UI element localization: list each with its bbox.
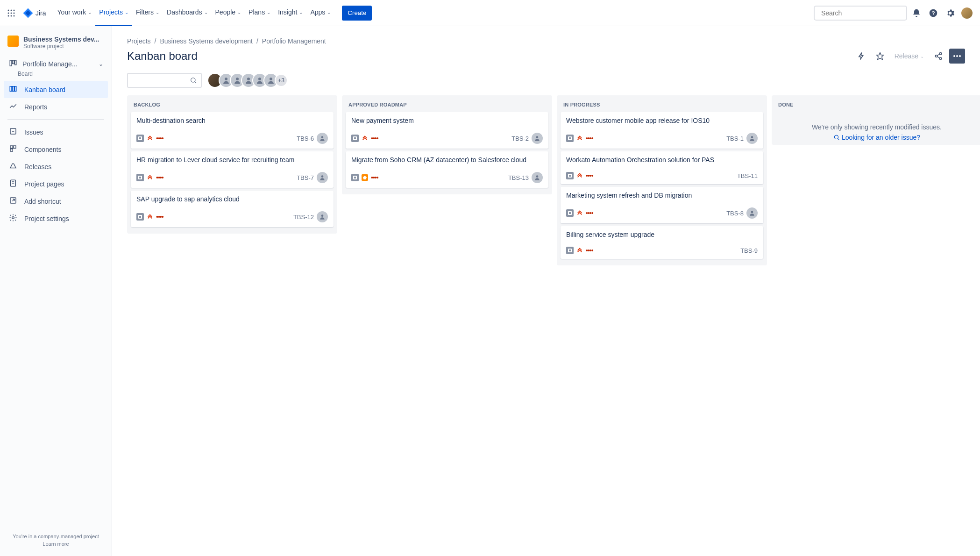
older-issue-link[interactable]: Looking for an older issue? — [842, 134, 920, 141]
breadcrumb-link[interactable]: Business Systems development — [160, 37, 252, 45]
nav-item-filters[interactable]: Filters⌄ — [132, 0, 163, 26]
chevron-down-icon: ⌄ — [299, 10, 303, 15]
priority-highest-icon — [576, 209, 583, 217]
releases-icon — [8, 162, 18, 171]
svg-point-4 — [11, 12, 12, 14]
issue-key: TBS-6 — [297, 135, 314, 142]
automation-icon[interactable] — [853, 49, 869, 64]
priority-highest-icon — [147, 135, 153, 142]
svg-point-35 — [953, 55, 955, 57]
project-name: Business Systems dev... — [23, 36, 99, 43]
issue-card[interactable]: HR migration to Lever cloud service for … — [131, 151, 334, 188]
nav-item-dashboards[interactable]: Dashboards⌄ — [163, 0, 212, 26]
nav-item-projects[interactable]: Projects⌄ — [95, 0, 132, 26]
priority-highest-icon — [147, 213, 153, 221]
status-dots-icon: •••• — [586, 135, 593, 142]
board-column: IN PROGRESSWebstore customer mobile app … — [557, 95, 767, 265]
sidebar-item-components[interactable]: Components — [4, 141, 108, 158]
issue-key: TBS-13 — [508, 174, 529, 181]
priority-highest-icon — [362, 135, 368, 142]
star-icon[interactable] — [872, 49, 888, 64]
sidebar-item-reports[interactable]: Reports — [4, 98, 108, 115]
issue-card[interactable]: SAP upgrade to sap analytics cloud••••TB… — [131, 191, 334, 227]
sidebar-item-label: Add shortcut — [24, 198, 61, 205]
svg-point-5 — [14, 12, 15, 14]
assignee-filter-avatars: +3 — [207, 73, 288, 88]
help-icon[interactable]: ? — [926, 6, 941, 21]
nav-item-insight[interactable]: Insight⌄ — [274, 0, 306, 26]
sidebar-item-project-pages[interactable]: Project pages — [4, 175, 108, 192]
svg-line-39 — [195, 82, 196, 83]
svg-point-30 — [939, 53, 942, 55]
svg-line-34 — [937, 57, 939, 58]
sidebar-item-label: Issues — [24, 128, 43, 136]
create-button[interactable]: Create — [342, 6, 372, 21]
sidebar-item-project-settings[interactable]: Project settings — [4, 210, 108, 227]
project-type: Software project — [23, 43, 99, 50]
issues-icon — [8, 127, 18, 137]
breadcrumb-link[interactable]: Projects — [127, 37, 151, 45]
assignee-avatar — [317, 172, 328, 183]
issue-card[interactable]: Webstore customer mobile app release for… — [561, 112, 763, 149]
svg-point-47 — [321, 214, 324, 217]
status-dots-icon: •••• — [371, 174, 378, 181]
board-dropdown[interactable]: Portfolio Manage... ⌄ — [4, 56, 108, 71]
notifications-icon[interactable] — [909, 6, 924, 21]
svg-point-42 — [247, 78, 250, 80]
issue-type-icon — [566, 172, 574, 179]
nav-item-people[interactable]: People⌄ — [212, 0, 245, 26]
card-title: Webstore customer mobile app release for… — [566, 117, 758, 124]
board-search[interactable] — [127, 73, 202, 88]
more-actions-button[interactable] — [949, 49, 965, 64]
kanban-board: BACKLOGMulti-destination search••••TBS-6… — [127, 95, 965, 265]
issue-card[interactable]: Migrate from Soho CRM (AZ datacenter) to… — [346, 151, 548, 188]
issue-card[interactable]: Workato Automation Orchestration solutio… — [561, 151, 763, 184]
project-header[interactable]: Business Systems dev... Software project — [4, 36, 108, 56]
sidebar-item-label: Reports — [24, 103, 47, 111]
sidebar-item-kanban-board[interactable]: Kanban board — [4, 81, 108, 98]
svg-point-45 — [321, 136, 324, 138]
breadcrumb-link[interactable]: Portfolio Management — [262, 37, 326, 45]
issue-type-icon — [351, 174, 359, 181]
svg-line-53 — [838, 138, 839, 140]
global-search[interactable] — [814, 6, 907, 21]
avatar-overflow[interactable]: +3 — [275, 74, 288, 87]
svg-rect-22 — [14, 146, 16, 148]
board-column: DONEWe're only showing recently modified… — [772, 95, 980, 145]
settings-icon[interactable] — [943, 6, 958, 21]
sidebar-item-label: Components — [24, 146, 61, 153]
svg-point-43 — [258, 78, 261, 80]
issue-card[interactable]: Multi-destination search••••TBS-6 — [131, 112, 334, 149]
app-switcher-icon[interactable] — [6, 7, 17, 19]
jira-logo[interactable]: Jira — [21, 7, 48, 19]
header-actions: Release ⌄ — [853, 49, 965, 64]
nav-item-apps[interactable]: Apps⌄ — [306, 0, 334, 26]
svg-rect-18 — [15, 86, 16, 92]
issue-card[interactable]: Billing service system upgrade••••TBS-9 — [561, 226, 763, 259]
card-title: Migrate from Soho CRM (AZ datacenter) to… — [351, 156, 543, 164]
breadcrumbs: Projects/Business Systems development/Po… — [127, 37, 965, 45]
search-input[interactable] — [821, 9, 903, 17]
issue-card[interactable]: New payment system••••TBS-2 — [346, 112, 548, 149]
chevron-down-icon: ⌄ — [156, 10, 159, 15]
svg-point-51 — [751, 211, 753, 213]
sidebar-item-issues[interactable]: Issues — [4, 123, 108, 141]
svg-point-0 — [8, 9, 9, 11]
release-button[interactable]: Release ⌄ — [891, 49, 928, 64]
sidebar-item-label: Releases — [24, 163, 51, 171]
empty-column-message: We're only showing recently modified iss… — [775, 112, 978, 134]
issue-type-icon — [566, 247, 574, 254]
column-header: DONE — [775, 99, 978, 112]
profile-avatar[interactable] — [959, 6, 974, 21]
sidebar-item-releases[interactable]: Releases — [4, 158, 108, 175]
nav-item-your-work[interactable]: Your work⌄ — [54, 0, 96, 26]
svg-point-50 — [751, 136, 753, 138]
share-icon[interactable] — [930, 49, 946, 64]
svg-point-7 — [11, 15, 12, 16]
footer-learn-more-link[interactable]: Learn more — [9, 541, 102, 547]
issue-card[interactable]: Marketing system refresh and DB migratio… — [561, 187, 763, 223]
nav-item-plans[interactable]: Plans⌄ — [245, 0, 274, 26]
card-title: Marketing system refresh and DB migratio… — [566, 192, 758, 199]
svg-point-6 — [8, 15, 9, 16]
sidebar-item-add-shortcut[interactable]: Add shortcut — [4, 192, 108, 210]
